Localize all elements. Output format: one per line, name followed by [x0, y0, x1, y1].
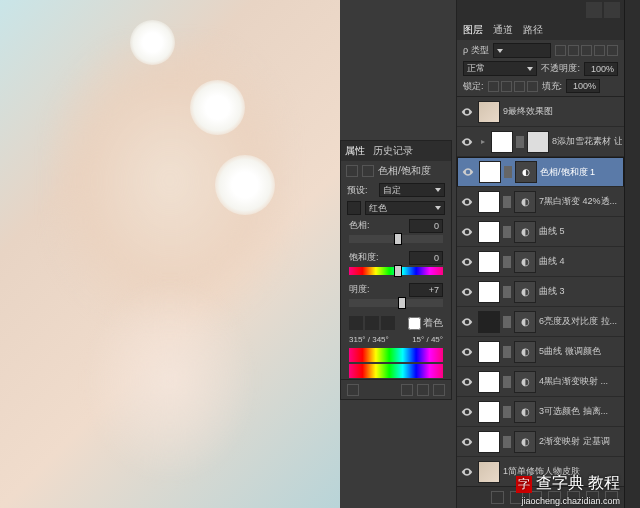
layer-thumb[interactable]	[527, 131, 549, 153]
filter-icon[interactable]	[594, 45, 605, 56]
filter-icon[interactable]	[555, 45, 566, 56]
panel-icon[interactable]	[604, 2, 620, 18]
layer-mask-thumb[interactable]	[478, 281, 500, 303]
lock-pos-icon[interactable]	[514, 81, 525, 92]
link-icon[interactable]	[516, 136, 524, 148]
layer-mask-thumb[interactable]	[478, 401, 500, 423]
opacity-value[interactable]: 100%	[584, 62, 618, 76]
adjustment-thumb[interactable]: ◐	[514, 371, 536, 393]
adjustment-thumb[interactable]: ◐	[514, 281, 536, 303]
tab-channels[interactable]: 通道	[493, 23, 513, 37]
visibility-toggle[interactable]	[459, 254, 475, 270]
visibility-toggle[interactable]	[459, 284, 475, 300]
layer-row[interactable]: ▸8添加雪花素材 让...	[457, 127, 624, 157]
layer-row[interactable]: ◐2渐变映射 定基调	[457, 427, 624, 457]
layer-mask-thumb[interactable]	[478, 221, 500, 243]
lock-pixel-icon[interactable]	[501, 81, 512, 92]
layer-row[interactable]: ◐曲线 5	[457, 217, 624, 247]
blend-mode-select[interactable]: 正常	[463, 61, 537, 76]
layer-row[interactable]: ◐3可选颜色 抽离...	[457, 397, 624, 427]
link-icon[interactable]	[503, 196, 511, 208]
visibility-toggle[interactable]	[459, 434, 475, 450]
lock-all-icon[interactable]	[527, 81, 538, 92]
adjustment-thumb[interactable]: ◐	[514, 251, 536, 273]
layer-row[interactable]: ◐7黑白渐变 42%透...	[457, 187, 624, 217]
layer-name[interactable]: 3可选颜色 抽离...	[539, 405, 622, 418]
eyedropper-add-icon[interactable]	[365, 316, 379, 330]
link-icon[interactable]	[504, 166, 512, 178]
eyedropper-icon[interactable]	[349, 316, 363, 330]
layer-name[interactable]: 色相/饱和度 1	[540, 166, 621, 179]
link-icon[interactable]	[503, 316, 511, 328]
fill-value[interactable]: 100%	[566, 79, 600, 93]
collapsed-panel-strip[interactable]	[624, 0, 640, 508]
kind-select[interactable]	[493, 43, 551, 58]
layer-name[interactable]: 曲线 4	[539, 255, 622, 268]
layer-name[interactable]: 4黑白渐变映射 ...	[539, 375, 622, 388]
saturation-slider[interactable]	[349, 267, 443, 275]
reset-icon[interactable]	[417, 384, 429, 396]
layer-row[interactable]: ◐色相/饱和度 1	[457, 157, 624, 187]
layer-mask-thumb[interactable]	[479, 161, 501, 183]
hue-slider[interactable]	[349, 235, 443, 243]
channel-select[interactable]: 红色	[365, 201, 445, 215]
link-icon[interactable]	[503, 436, 511, 448]
eyedropper-sub-icon[interactable]	[381, 316, 395, 330]
layer-mask-thumb[interactable]	[478, 371, 500, 393]
layer-name[interactable]: 8添加雪花素材 让...	[552, 135, 622, 148]
link-icon[interactable]	[503, 406, 511, 418]
layer-row[interactable]: ◐4黑白渐变映射 ...	[457, 367, 624, 397]
adjustment-thumb[interactable]: ◐	[514, 221, 536, 243]
visibility-toggle[interactable]	[459, 134, 475, 150]
adjustment-thumb[interactable]: ◐	[514, 341, 536, 363]
layer-thumb[interactable]	[478, 461, 500, 483]
layer-row[interactable]: 9最终效果图	[457, 97, 624, 127]
preset-select[interactable]: 自定	[379, 183, 445, 197]
filter-icon[interactable]	[607, 45, 618, 56]
twirl-icon[interactable]: ▸	[478, 137, 488, 146]
layer-name[interactable]: 7黑白渐变 42%透...	[539, 195, 622, 208]
lightness-slider[interactable]	[349, 299, 443, 307]
visibility-toggle[interactable]	[460, 164, 476, 180]
hue-range-bar[interactable]	[349, 348, 443, 362]
filter-icon[interactable]	[568, 45, 579, 56]
layer-mask-thumb[interactable]	[491, 131, 513, 153]
adjustment-thumb[interactable]: ◐	[515, 161, 537, 183]
tab-history[interactable]: 历史记录	[373, 144, 413, 158]
eye-toggle-icon[interactable]	[401, 384, 413, 396]
layer-mask-thumb[interactable]	[478, 341, 500, 363]
tab-layers[interactable]: 图层	[463, 23, 483, 37]
visibility-toggle[interactable]	[459, 104, 475, 120]
tab-paths[interactable]: 路径	[523, 23, 543, 37]
layer-thumb[interactable]	[478, 101, 500, 123]
colorize-checkbox[interactable]	[408, 317, 421, 330]
layer-mask-thumb[interactable]	[478, 431, 500, 453]
layer-name[interactable]: 曲线 5	[539, 225, 622, 238]
visibility-toggle[interactable]	[459, 404, 475, 420]
adjustment-thumb[interactable]: ◐	[514, 401, 536, 423]
hue-range-bar-2[interactable]	[349, 364, 443, 378]
layer-name[interactable]: 6亮度及对比度 拉...	[539, 315, 622, 328]
layer-mask-thumb[interactable]	[478, 191, 500, 213]
lock-trans-icon[interactable]	[488, 81, 499, 92]
hand-icon[interactable]	[347, 201, 361, 215]
layer-mask-thumb[interactable]	[478, 251, 500, 273]
layer-row[interactable]: ◐曲线 3	[457, 277, 624, 307]
layer-name[interactable]: 5曲线 微调颜色	[539, 345, 622, 358]
link-icon[interactable]	[503, 376, 511, 388]
visibility-toggle[interactable]	[459, 374, 475, 390]
canvas-image[interactable]	[0, 0, 340, 508]
visibility-toggle[interactable]	[459, 344, 475, 360]
layer-name[interactable]: 曲线 3	[539, 285, 622, 298]
link-layers-icon[interactable]	[491, 491, 504, 504]
visibility-toggle[interactable]	[459, 464, 475, 480]
adjustment-thumb[interactable]: ◐	[514, 311, 536, 333]
saturation-value[interactable]: 0	[409, 251, 443, 265]
layer-name[interactable]: 9最终效果图	[503, 105, 622, 118]
link-icon[interactable]	[503, 286, 511, 298]
trash-icon[interactable]	[433, 384, 445, 396]
clip-icon[interactable]	[347, 384, 359, 396]
layer-name[interactable]: 2渐变映射 定基调	[539, 435, 622, 448]
lightness-value[interactable]: +7	[409, 283, 443, 297]
layer-row[interactable]: ◐曲线 4	[457, 247, 624, 277]
